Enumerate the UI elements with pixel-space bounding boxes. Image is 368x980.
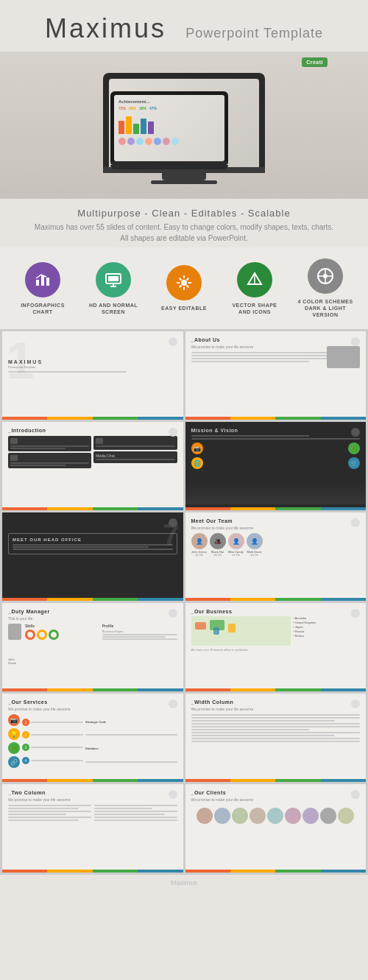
- tagline-main: Multipurpose - Clean - Editables - Scala…: [7, 208, 361, 219]
- laptop-persons: [118, 138, 220, 145]
- tagline-sub2: All shapes are editable via PowerPoint.: [7, 233, 361, 244]
- laptop-screen: Achievement... 72% 89% 36% 47%: [114, 95, 224, 161]
- vector-icon: [237, 262, 272, 297]
- features-section: INFOGRAPHICSCHART HD AND NORMALSCREEN: [0, 247, 368, 329]
- title-maximus: Maximus: [45, 13, 166, 43]
- tagline-sub1: Maximus has over 55 slides of content. E…: [7, 222, 361, 233]
- slide-two-col: _Two Column We promise to make your life…: [2, 784, 183, 873]
- editable-label: EASY EDITABLE: [155, 305, 213, 311]
- laptop-chart: [118, 112, 220, 134]
- feature-hd: HD AND NORMALSCREEN: [84, 262, 143, 315]
- hd-icon: [96, 262, 131, 297]
- svg-rect-2: [46, 278, 49, 286]
- color-icon: [308, 258, 343, 294]
- clients-hexagon: [191, 808, 361, 824]
- laptop-monitor: Achievement... 72% 89% 36% 47%: [110, 91, 228, 169]
- slide-services-title: _Our Services: [8, 699, 177, 705]
- creative-badge: Creati: [302, 57, 328, 67]
- monitor-section: Creati MAXIMUS Powerpoint Template: [0, 52, 368, 199]
- infographics-icon: [25, 262, 60, 297]
- header: Maximus Powerpoint Template: [0, 0, 368, 52]
- slide-team-title: Meet Our Team: [191, 518, 361, 524]
- watermark: Maximus: [0, 875, 368, 891]
- slides-grid: 1 MAXIMUS Powerpoint Template _About Us …: [0, 329, 368, 875]
- devices-container: MAXIMUS Powerpoint Template: [103, 73, 265, 184]
- slide-team: Meet Our Team We promise to make your li…: [185, 512, 367, 601]
- monitor-foot: [151, 180, 217, 184]
- color-label: 4 COLOR SCHEMESDARK & LIGHT VERSION: [296, 298, 355, 318]
- slide-duty-title: _Duty Manager: [8, 609, 177, 614]
- tagline-section: Multipurpose - Clean - Editables - Scala…: [0, 199, 368, 247]
- slide-business: _Our Business • Australia • United Kingd…: [185, 603, 367, 691]
- slide-mission-title: Mission & Vision: [191, 428, 361, 433]
- slide-width-title: _Width Column: [191, 699, 361, 705]
- slide-intro: _Introduction: [2, 422, 183, 510]
- feature-editable: EASY EDITABLE: [155, 265, 213, 311]
- svg-point-17: [323, 274, 328, 278]
- laptop-keyboard: [110, 165, 228, 169]
- slide-colorbar: [2, 417, 183, 420]
- slide-business-title: _Our Business: [191, 609, 361, 614]
- feature-color-schemes: 4 COLOR SCHEMESDARK & LIGHT VERSION: [296, 258, 355, 318]
- editable-icon: [166, 265, 202, 300]
- laptop-border: Achievement... 72% 89% 36% 47%: [110, 91, 228, 161]
- slide-about-title: _About Us: [191, 337, 361, 342]
- monitor-stand: [162, 173, 206, 180]
- vector-label: VECTOR SHAPEAND ICONS: [225, 302, 284, 315]
- team-photos: 👤 John Green Job Title 🎩 Black Hat Job T…: [191, 533, 361, 557]
- hd-label: HD AND NORMALSCREEN: [84, 302, 143, 315]
- mission-icons: 📷 🌿: [191, 443, 361, 454]
- feature-infographics: INFOGRAPHICSCHART: [13, 262, 72, 315]
- laptop-title: Achievement...: [118, 99, 220, 104]
- title-rest: Powerpoint Template: [185, 26, 323, 40]
- page-title: Maximus Powerpoint Template: [7, 13, 361, 44]
- slide-about: _About Us We promise to make your life a…: [185, 331, 367, 420]
- mission-icons2: 🌐 🛒: [191, 457, 361, 469]
- slide-cover: 1 MAXIMUS Powerpoint Template: [2, 331, 183, 420]
- slide-intro-title: _Introduction: [8, 428, 177, 433]
- svg-rect-1: [41, 275, 44, 286]
- slide-mission: Mission & Vision 📷 🌿 🌐 🛒: [185, 422, 367, 510]
- infographics-label: INFOGRAPHICSCHART: [13, 302, 72, 315]
- feature-vector: VECTOR SHAPEAND ICONS: [225, 262, 284, 315]
- svg-rect-0: [36, 280, 39, 286]
- svg-point-7: [181, 280, 187, 286]
- world-map: [191, 616, 291, 646]
- slide-clients: _Our Clients We promise to make your lif…: [185, 784, 367, 873]
- slide-width-col: _Width Column We promise to make your li…: [185, 694, 367, 782]
- about-image: [327, 346, 360, 368]
- slide-headoffice: 7 MEET OUR HEAD OFFICE: [2, 512, 183, 601]
- slide-services: _Our Services We promise to make your li…: [2, 694, 183, 782]
- slide-duty: _Duty Manager This is your life John Gre…: [2, 603, 183, 691]
- slide-two-col-title: _Two Column: [8, 790, 177, 795]
- slide-clients-title: _Our Clients: [191, 790, 361, 795]
- svg-rect-6: [108, 276, 118, 281]
